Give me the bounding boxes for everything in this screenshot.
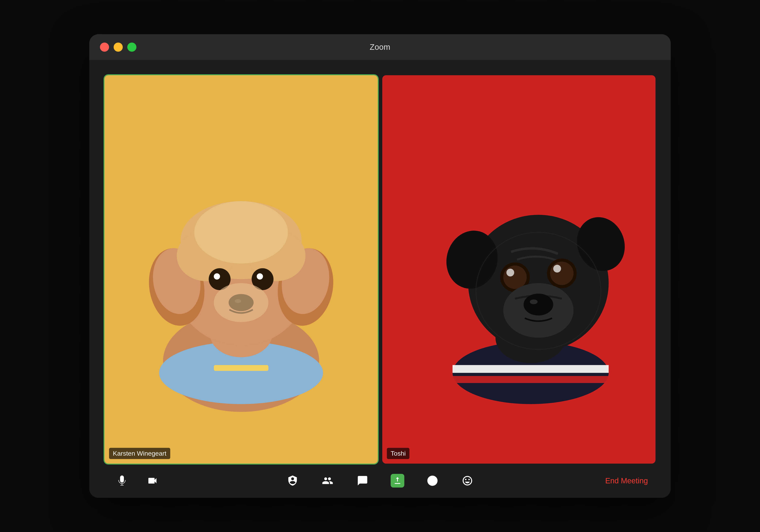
video-tile-left: Karsten Winegeart	[105, 75, 378, 463]
svg-point-19	[214, 283, 268, 322]
svg-point-34	[524, 294, 553, 315]
close-button[interactable]	[100, 43, 109, 52]
svg-point-32	[553, 265, 561, 272]
dog-illustration-left	[105, 75, 378, 463]
traffic-lights	[100, 43, 136, 52]
video-bg-right	[382, 75, 655, 463]
svg-point-15	[214, 273, 220, 280]
svg-point-31	[506, 269, 514, 276]
maximize-button[interactable]	[127, 43, 136, 52]
share-screen-icon	[391, 474, 404, 488]
video-button[interactable]	[143, 471, 163, 491]
svg-point-12	[194, 201, 288, 264]
participant-name-right: Toshi	[387, 448, 409, 459]
svg-point-16	[257, 273, 263, 280]
svg-point-29	[503, 266, 527, 289]
record-icon	[426, 474, 439, 488]
svg-point-30	[550, 262, 573, 285]
video-grid: Karsten Winegeart	[105, 75, 655, 463]
video-bg-left	[105, 75, 378, 463]
svg-rect-22	[452, 376, 609, 383]
svg-rect-21	[452, 365, 609, 373]
share-screen-button[interactable]	[388, 471, 407, 491]
minimize-button[interactable]	[114, 43, 123, 52]
shield-icon	[286, 474, 300, 488]
toolbar: End Meeting	[105, 463, 655, 498]
participants-button[interactable]	[318, 471, 337, 491]
reactions-button[interactable]	[457, 471, 477, 491]
security-button[interactable]	[283, 471, 303, 491]
record-button[interactable]	[423, 471, 442, 491]
participant-name-left: Karsten Winegeart	[109, 448, 170, 459]
dog-illustration-right	[382, 75, 655, 463]
mic-icon	[115, 474, 129, 488]
zoom-window: Zoom	[89, 34, 671, 498]
reactions-icon	[460, 474, 474, 488]
titlebar: Zoom	[89, 34, 671, 60]
participants-icon	[321, 474, 334, 488]
svg-point-38	[431, 479, 434, 483]
mic-button[interactable]	[112, 471, 132, 491]
end-meeting-button[interactable]: End Meeting	[605, 476, 648, 485]
chat-button[interactable]	[353, 471, 372, 491]
svg-rect-2	[214, 365, 268, 371]
video-tile-right: Toshi	[382, 75, 655, 463]
svg-point-35	[530, 300, 538, 304]
chat-icon	[356, 474, 369, 488]
window-title: Zoom	[370, 43, 391, 52]
content-area: Karsten Winegeart	[89, 60, 671, 498]
video-camera-icon	[146, 474, 160, 488]
